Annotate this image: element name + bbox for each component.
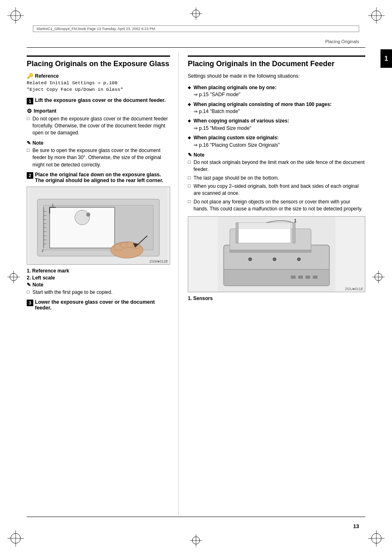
corner-mark-tr xyxy=(368,7,385,24)
reference-label: Reference xyxy=(35,73,59,79)
step-3-heading: 3 Lower the exposure glass cover or the … xyxy=(27,299,170,311)
note-2-label: Note xyxy=(32,282,44,288)
note-1-heading: ✎ Note xyxy=(27,140,170,146)
image-2-caption: ZGU♦011E xyxy=(345,287,363,291)
right-column: Placing Originals in the Document Feeder… xyxy=(179,51,365,515)
file-info-text: MartiniC1_GBcopy4_FM.book Page 13 Tuesda… xyxy=(37,27,155,31)
label-1: 1. Reference mark xyxy=(27,268,170,274)
svg-rect-67 xyxy=(230,250,311,252)
step-3-text: Lower the exposure glass cover or the do… xyxy=(35,299,170,311)
page-footer: 13 xyxy=(353,523,359,529)
step-2-number: 2 xyxy=(27,172,33,179)
step-1-heading: 1 Lift the exposure glass cover or the d… xyxy=(27,97,170,104)
svg-rect-62 xyxy=(239,227,290,229)
header-section-label: Placing Originals xyxy=(325,39,359,44)
svg-rect-61 xyxy=(239,225,290,226)
chapter-number: 1 xyxy=(385,55,388,62)
note-2-icon: ✎ xyxy=(27,282,31,288)
bullet-item-1: When placing originals one by one: ⇒ p.1… xyxy=(188,84,365,99)
right-note-item-4: Do not place any foreign objects on the … xyxy=(188,199,365,213)
note-1-icon: ✎ xyxy=(27,140,31,146)
bullet-item-2: When placing originals consisting of mor… xyxy=(188,101,365,115)
page-number: 13 xyxy=(353,523,359,529)
exposure-glass-image: 1 2 xyxy=(27,187,170,265)
sensor-label: 1. Sensors xyxy=(188,295,365,301)
important-label: Important xyxy=(34,108,56,114)
right-center-mark xyxy=(372,271,385,283)
svg-rect-54 xyxy=(291,275,296,279)
bullet-item-3: When copying originals of various sizes:… xyxy=(188,118,365,132)
bullet-item-4: When placing custom size originals: ⇒ p.… xyxy=(188,134,365,149)
bottom-rule xyxy=(27,517,365,517)
left-section-title: Placing Originals on the Exposure Glass xyxy=(27,55,170,69)
right-note-list: Do not stack originals beyond the limit … xyxy=(188,159,365,213)
reference-text: Related Initial Settings ⇒ p.108 "Eject … xyxy=(27,80,170,93)
image-1-caption: ZGM♦012E xyxy=(149,259,168,263)
right-note-item-3: When you copy 2–sided originals, both fr… xyxy=(188,183,365,197)
step-2-heading: 2 Place the original face down on the ex… xyxy=(27,172,170,183)
svg-point-66 xyxy=(297,258,300,261)
right-note-heading: ✎ Note xyxy=(188,152,365,158)
svg-rect-55 xyxy=(298,275,303,279)
step-2: 2 Place the original face down on the ex… xyxy=(27,172,170,183)
corner-mark-br xyxy=(368,530,385,547)
left-center-mark xyxy=(7,271,20,283)
important-heading: ⚙ Important xyxy=(27,108,170,114)
right-note-item-2: The last page should be on the bottom. xyxy=(188,175,365,182)
diamond-bullet-list: When placing originals one by one: ⇒ p.1… xyxy=(188,84,365,149)
document-feeder-image: 1 ZGU♦011E xyxy=(188,216,365,292)
right-note-item-1: Do not stack originals beyond the limit … xyxy=(188,159,365,173)
left-column: Placing Originals on the Exposure Glass … xyxy=(27,51,179,515)
file-info-bar: MartiniC1_GBcopy4_FM.book Page 13 Tuesda… xyxy=(33,25,359,32)
reference-heading: 🔑 Reference xyxy=(27,73,170,79)
important-icon: ⚙ xyxy=(27,108,32,114)
note-2-item-1: Start with the first page to be copied. xyxy=(27,289,170,296)
main-content: Placing Originals on the Exposure Glass … xyxy=(27,51,365,515)
reference-block: 🔑 Reference Related Initial Settings ⇒ p… xyxy=(27,73,170,93)
right-note-block: ✎ Note Do not stack originals beyond the… xyxy=(188,152,365,213)
svg-point-65 xyxy=(273,258,276,261)
page-header: Placing Originals xyxy=(325,39,359,44)
bottom-center-mark xyxy=(190,534,202,547)
note-2-heading: ✎ Note xyxy=(27,282,170,288)
corner-mark-bl xyxy=(7,530,24,547)
svg-point-64 xyxy=(249,258,252,261)
step-3: 3 Lower the exposure glass cover or the … xyxy=(27,299,170,311)
svg-rect-57 xyxy=(313,275,318,279)
svg-rect-68 xyxy=(236,222,238,242)
label-2: 2. Left scale xyxy=(27,275,170,281)
note-2-list: Start with the first page to be copied. xyxy=(27,289,170,296)
svg-rect-69 xyxy=(293,222,295,242)
important-block: ⚙ Important Do not open the exposure gla… xyxy=(27,108,170,137)
top-center-mark xyxy=(190,7,202,20)
step-1-text: Lift the exposure glass cover or the doc… xyxy=(35,97,166,104)
right-note-icon: ✎ xyxy=(188,152,192,158)
svg-text:2: 2 xyxy=(42,249,44,253)
intro-text: Settings should be made in the following… xyxy=(188,73,365,80)
note-1-item-1: Be sure to open the exposure glass cover… xyxy=(27,147,170,169)
svg-rect-56 xyxy=(305,275,310,279)
right-note-label: Note xyxy=(194,152,205,158)
note-block-2: ✎ Note Start with the first page to be c… xyxy=(27,282,170,296)
step-1-number: 1 xyxy=(27,98,33,104)
svg-rect-60 xyxy=(239,223,290,224)
svg-point-49 xyxy=(75,210,90,225)
right-section-title: Placing Originals in the Document Feeder xyxy=(188,55,365,69)
key-icon: 🔑 xyxy=(27,73,33,79)
svg-text:1: 1 xyxy=(52,203,54,207)
step-1: 1 Lift the exposure glass cover or the d… xyxy=(27,97,170,104)
chapter-tab: 1 xyxy=(380,49,392,68)
important-list: Do not open the exposure glass cover or … xyxy=(27,115,170,137)
step-3-number: 3 xyxy=(27,300,33,306)
note-1-list: Be sure to open the exposure glass cover… xyxy=(27,147,170,169)
corner-mark-tl xyxy=(7,7,24,24)
important-item-1: Do not open the exposure glass cover or … xyxy=(27,115,170,137)
svg-point-50 xyxy=(86,212,90,217)
svg-text:1: 1 xyxy=(294,218,297,223)
step-2-text: Place the original face down on the expo… xyxy=(35,172,170,183)
note-1-label: Note xyxy=(32,140,44,146)
top-rule xyxy=(27,47,365,48)
note-block-1: ✎ Note Be sure to open the exposure glas… xyxy=(27,140,170,169)
